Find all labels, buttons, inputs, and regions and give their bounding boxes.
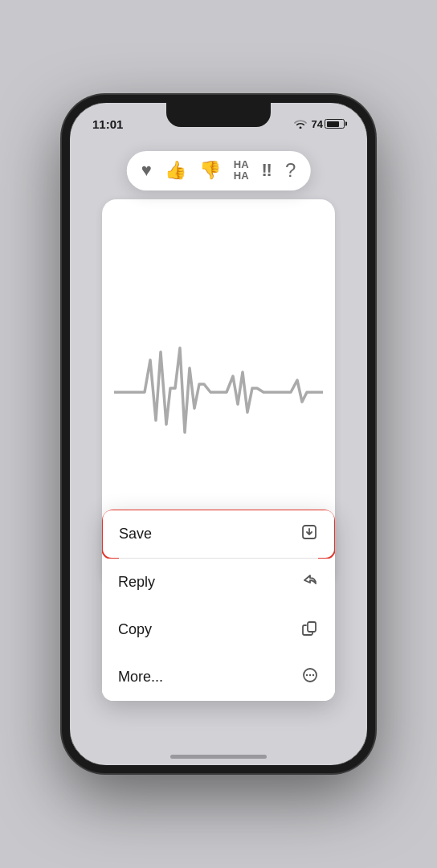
copy-icon [301,619,319,641]
notch [166,103,271,127]
status-time: 11:01 [92,117,123,131]
save-label: Save [119,526,152,542]
question-reaction[interactable]: ? [285,161,296,180]
svg-point-3 [306,674,308,676]
exclamation-reaction[interactable]: ‼ [262,162,272,179]
svg-point-4 [309,674,311,676]
reaction-bar: ♥ 👍 👎 HAHA ‼ ? [127,151,311,190]
more-label: More... [118,669,163,686]
wifi-icon [294,119,307,129]
status-icons: 74 [294,118,345,130]
menu-item-more[interactable]: More... [102,653,335,701]
copy-label: Copy [118,621,152,638]
reply-icon [301,571,319,593]
audio-waveform [114,344,323,440]
context-menu: Save Reply Copy [102,510,335,701]
more-icon [301,666,319,688]
reply-label: Reply [118,574,155,591]
battery-fill [327,121,339,127]
haha-reaction[interactable]: HAHA [234,159,249,182]
svg-rect-1 [308,622,316,632]
battery-percent: 74 [312,118,323,130]
battery-icon: 74 [312,118,345,130]
menu-item-save[interactable]: Save [102,510,335,559]
heart-reaction[interactable]: ♥ [141,162,152,179]
thumbsdown-reaction[interactable]: 👎 [199,162,221,179]
svg-point-5 [312,674,314,676]
home-indicator [170,755,267,759]
phone-frame: 11:01 74 ♥ 👍 👎 HAHA ‼ [62,95,375,773]
save-icon [300,523,318,545]
menu-item-reply[interactable]: Reply [102,559,335,606]
battery-body [325,119,345,129]
screen: 11:01 74 ♥ 👍 👎 HAHA ‼ [70,103,367,765]
thumbsup-reaction[interactable]: 👍 [165,162,186,179]
menu-item-copy[interactable]: Copy [102,606,335,653]
